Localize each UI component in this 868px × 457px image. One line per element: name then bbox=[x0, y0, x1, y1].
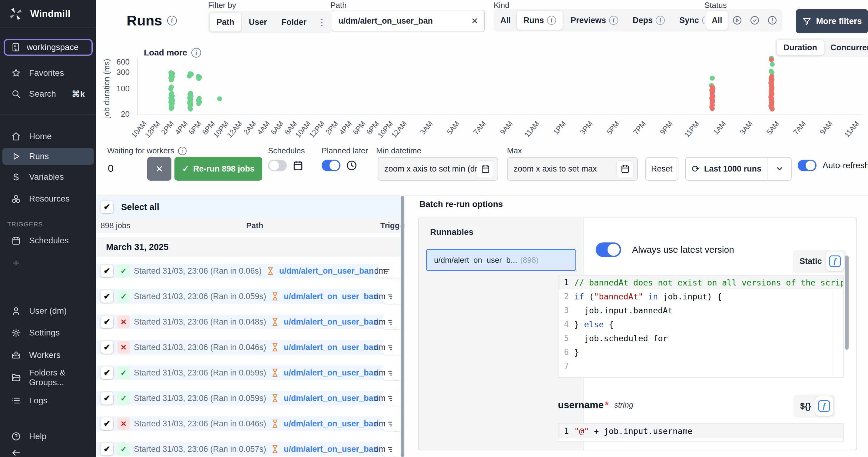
scatter-point-success[interactable] bbox=[169, 106, 174, 111]
table-row[interactable]: ✔✓Started 31/03, 23:06 (Ran in 0.059s)u/… bbox=[96, 366, 405, 380]
reset-button[interactable]: Reset bbox=[645, 157, 678, 181]
table-row[interactable]: ✔✕Started 31/03, 23:06 (Ran in 0.046s)u/… bbox=[96, 340, 405, 354]
username-code-editor[interactable]: 1"@" + job.input.username bbox=[558, 423, 844, 441]
row-checkbox[interactable]: ✔ bbox=[100, 341, 113, 354]
code-line[interactable]: 1// bannedAt does not exist on all versi… bbox=[558, 276, 843, 289]
table-row[interactable]: ✔✕Started 31/03, 23:06 (Ran in 0.046s)u/… bbox=[96, 417, 405, 431]
kind-segment-all[interactable]: All bbox=[495, 11, 516, 30]
row-path-link[interactable]: u/dm/alert_on_user_ban bbox=[284, 292, 378, 301]
table-row[interactable]: ✔✕Started 31/03, 23:06 (Ran in 0.048s)u/… bbox=[96, 315, 405, 329]
kind-segment-deps[interactable]: Depsi bbox=[626, 11, 672, 30]
path-filter-input[interactable] bbox=[338, 17, 471, 26]
sidebar-item-resources[interactable]: Resources bbox=[0, 191, 96, 207]
auto-refresh-toggle[interactable] bbox=[798, 160, 816, 171]
cancel-selection-button[interactable]: ✕ bbox=[147, 157, 172, 181]
scatter-point-success[interactable] bbox=[169, 78, 174, 82]
table-row[interactable]: ✔✓Started 31/03, 23:06 (Ran in 0.059s)u/… bbox=[96, 391, 405, 405]
row-checkbox[interactable]: ✔ bbox=[100, 290, 113, 303]
rerun-jobs-button[interactable]: ✓ Re-run 898 jobs bbox=[175, 157, 262, 181]
sidebar-item-favorites[interactable]: Favorites bbox=[0, 65, 96, 81]
row-checkbox[interactable]: ✔ bbox=[100, 417, 113, 430]
tab-duration[interactable]: Duration bbox=[777, 40, 824, 55]
template-mode-option[interactable]: ${} bbox=[796, 402, 811, 411]
filter-segment-path[interactable]: Path bbox=[210, 13, 241, 31]
last-runs-chevron-button[interactable] bbox=[768, 158, 791, 180]
runs-info-icon[interactable]: i bbox=[167, 16, 177, 25]
scatter-point-failure[interactable] bbox=[769, 57, 774, 62]
scatter-point-success[interactable] bbox=[188, 107, 193, 112]
code-line[interactable]: 7 bbox=[558, 359, 843, 373]
status-segment-success[interactable] bbox=[747, 11, 763, 30]
scatter-point-success[interactable] bbox=[217, 96, 222, 101]
code-line[interactable]: 5 job.scheduled_for bbox=[558, 331, 843, 345]
kind-segment-previews[interactable]: Previewsi bbox=[564, 11, 625, 30]
row-path-link[interactable]: u/dm/alert_on_user_ban bbox=[279, 266, 374, 276]
code-line[interactable]: 3 job.input.bannedAt bbox=[558, 303, 843, 317]
always-latest-toggle[interactable] bbox=[596, 242, 621, 257]
code-line[interactable]: 4} else { bbox=[558, 317, 843, 331]
bannedat-code-editor[interactable]: 1// bannedAt does not exist on all versi… bbox=[558, 275, 844, 378]
sidebar-collapse-button[interactable] bbox=[0, 445, 96, 457]
code-line[interactable]: 2if ("bannedAt" in job.input) { bbox=[558, 289, 843, 303]
row-path-link[interactable]: u/dm/alert_on_user_ban bbox=[284, 368, 378, 378]
scatter-point-success[interactable] bbox=[770, 62, 775, 67]
table-row[interactable]: ✔✓Started 31/03, 23:06 (Ran in 0.059s)u/… bbox=[96, 289, 405, 304]
sidebar-item-help[interactable]: Help bbox=[0, 429, 96, 444]
workspace-switcher[interactable]: workingspace bbox=[4, 39, 93, 56]
status-segment-all[interactable]: All bbox=[706, 11, 728, 30]
min-calendar-button[interactable] bbox=[477, 160, 494, 177]
panel-scrollbar[interactable] bbox=[845, 255, 848, 350]
filter-segment-folder[interactable]: Folder bbox=[275, 13, 313, 31]
planned-later-toggle[interactable] bbox=[322, 160, 340, 171]
sidebar-item-search[interactable]: Search ⌘k bbox=[0, 86, 96, 102]
sidebar-item-home[interactable]: Home bbox=[0, 128, 96, 144]
sidebar-item-variables[interactable]: $ Variables bbox=[0, 169, 96, 185]
scatter-point-success[interactable] bbox=[187, 74, 192, 79]
table-scrollbar[interactable] bbox=[400, 196, 405, 457]
row-checkbox[interactable]: ✔ bbox=[100, 315, 113, 328]
last-runs-button[interactable]: ⟳ Last 1000 runs bbox=[686, 158, 768, 180]
select-all-checkbox[interactable]: ✔ bbox=[100, 201, 113, 213]
sidebar-item-folders[interactable]: Folders & Groups... bbox=[0, 370, 96, 385]
tab-concurrency[interactable]: Concurrency bbox=[824, 40, 868, 55]
runnable-item[interactable]: u/dm/alert_on_user_b... (898) bbox=[426, 249, 576, 271]
filter-more-menu[interactable]: ⋮ bbox=[314, 17, 330, 28]
table-row[interactable]: ✔✓Started 31/03, 23:06 (Ran in 0.057s)u/… bbox=[96, 442, 405, 456]
code-line[interactable]: 1"@" + job.input.username bbox=[558, 424, 843, 438]
code-line[interactable]: 6} bbox=[558, 345, 843, 359]
clear-path-icon[interactable]: ✕ bbox=[471, 16, 478, 26]
row-path-link[interactable]: u/dm/alert_on_user_ban bbox=[284, 317, 378, 327]
sidebar-item-runs[interactable]: Runs bbox=[2, 148, 94, 165]
status-segment-running[interactable] bbox=[729, 11, 745, 30]
scatter-point-success[interactable] bbox=[168, 86, 173, 91]
sidebar-add-trigger-button[interactable] bbox=[0, 255, 96, 271]
row-checkbox[interactable]: ✔ bbox=[100, 264, 113, 277]
max-datetime-input[interactable] bbox=[514, 164, 617, 174]
row-checkbox[interactable]: ✔ bbox=[100, 392, 113, 405]
row-path-link[interactable]: u/dm/alert_on_user_ban bbox=[284, 419, 378, 429]
load-more-button[interactable]: Load more i bbox=[144, 48, 201, 58]
kind-segment-runs[interactable]: Runsi bbox=[517, 11, 563, 30]
bannedat-function-mode-button[interactable]: f bbox=[826, 252, 844, 271]
row-path-link[interactable]: u/dm/alert_on_user_ban bbox=[284, 343, 378, 352]
status-segment-failure[interactable] bbox=[764, 11, 780, 30]
min-datetime-input[interactable] bbox=[384, 164, 477, 174]
static-mode-option[interactable]: Static bbox=[795, 257, 822, 266]
row-checkbox[interactable]: ✔ bbox=[100, 443, 113, 456]
sidebar-item-logs[interactable]: Logs bbox=[0, 393, 96, 408]
sidebar-item-workers[interactable]: Workers bbox=[0, 347, 96, 363]
more-filters-button[interactable]: More filters bbox=[796, 9, 868, 33]
scatter-point-success[interactable] bbox=[196, 76, 201, 81]
username-function-mode-button[interactable]: f bbox=[815, 396, 833, 416]
scatter-point-failure[interactable] bbox=[710, 106, 715, 111]
max-calendar-button[interactable] bbox=[617, 160, 633, 177]
row-path-link[interactable]: u/dm/alert_on_user_ban bbox=[284, 445, 378, 454]
scatter-point-success[interactable] bbox=[196, 101, 201, 106]
scatter-point-failure[interactable] bbox=[770, 107, 775, 112]
schedules-toggle[interactable] bbox=[268, 160, 287, 171]
sidebar-item-schedules[interactable]: Schedules bbox=[0, 233, 96, 249]
row-path-link[interactable]: u/dm/alert_on_user_ban bbox=[284, 394, 378, 403]
row-checkbox[interactable]: ✔ bbox=[100, 366, 113, 379]
scatter-point-success[interactable] bbox=[710, 76, 715, 81]
table-row[interactable]: ✔✓Started 31/03, 23:06 (Ran in 0.06s)u/d… bbox=[96, 264, 405, 278]
